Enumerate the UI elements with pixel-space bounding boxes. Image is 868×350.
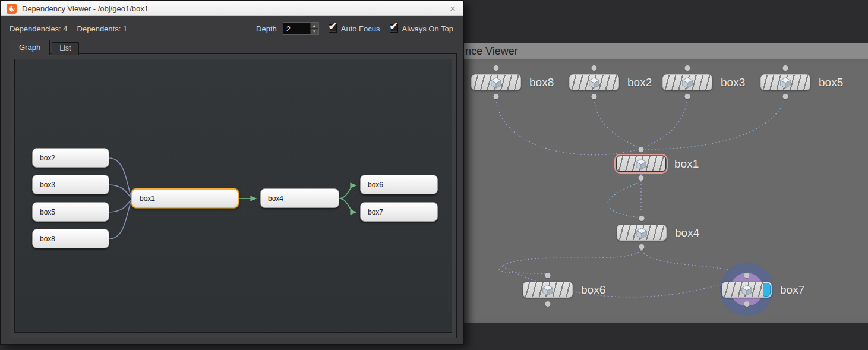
output-connector-dot[interactable] [744, 301, 750, 307]
cube-icon [588, 76, 601, 89]
close-icon[interactable]: × [448, 4, 457, 14]
output-connector-dot[interactable] [494, 94, 499, 99]
cube-icon [779, 76, 792, 89]
tab-list[interactable]: List [52, 42, 78, 55]
depth-label: Depth [256, 24, 277, 33]
output-connector-dot[interactable] [592, 94, 597, 99]
auto-focus-label: Auto Focus [341, 24, 380, 33]
depth-input[interactable] [283, 23, 310, 34]
node-body[interactable] [471, 74, 521, 90]
tab-bar: Graph List [1, 41, 463, 55]
dependency-viewer-window: Dependency Viewer - /obj/geo1/box1 × Dep… [0, 0, 464, 345]
output-connector-dot[interactable] [545, 301, 551, 307]
depth-spinner: ▲ ▼ [310, 23, 318, 34]
dependents-count: Dependents: 1 [77, 24, 128, 33]
network-editor-canvas[interactable]: box8 box2 [464, 59, 868, 323]
input-connector-dot[interactable] [639, 216, 645, 221]
graph-node-label: box1 [140, 194, 155, 203]
network-node-box5[interactable]: box5 [760, 74, 810, 90]
node-body[interactable] [523, 282, 573, 298]
network-node-box1[interactable]: box1 [616, 156, 666, 172]
input-connector-dot[interactable] [783, 65, 788, 71]
network-node-box2[interactable]: box2 [569, 74, 619, 90]
graph-node-label: box7 [368, 208, 383, 216]
graph-node-label: box4 [268, 194, 283, 203]
window-title: Dependency Viewer - /obj/geo1/box1 [22, 4, 149, 13]
input-connector-dot[interactable] [744, 273, 750, 278]
node-body[interactable] [662, 74, 712, 90]
node-label: box8 [529, 76, 554, 89]
cube-icon [490, 76, 503, 89]
auto-focus-checkbox[interactable]: ✔ [329, 24, 337, 33]
graph-node-label: box8 [40, 235, 55, 243]
input-connector-dot[interactable] [685, 65, 690, 71]
input-connector-dot[interactable] [592, 65, 597, 71]
node-body-selected[interactable] [616, 156, 666, 172]
tab-graph[interactable]: Graph [10, 40, 50, 55]
toolbar: Dependencies: 4 Dependents: 1 Depth ▲ ▼ … [1, 16, 463, 41]
node-label: box4 [675, 226, 699, 239]
graph-node-label: box6 [368, 181, 383, 189]
input-connector-dot[interactable] [545, 273, 551, 278]
graph-node-label: box2 [40, 154, 55, 162]
cube-icon [681, 76, 694, 89]
houdini-logo-icon [7, 4, 17, 14]
network-editor-titlebar[interactable]: nce Viewer [464, 43, 868, 59]
dependencies-count: Dependencies: 4 [10, 24, 68, 33]
always-on-top-checkbox[interactable]: ✔ [390, 24, 398, 33]
graph-node-box6[interactable]: box6 [360, 175, 438, 194]
node-label: box1 [674, 157, 699, 171]
network-editor-title: nce Viewer [465, 45, 518, 57]
graph-node-box2[interactable]: box2 [32, 148, 109, 168]
node-body[interactable] [617, 225, 667, 241]
network-node-box6[interactable]: box6 [523, 282, 573, 298]
desktop: nce Viewer [0, 0, 868, 350]
graph-node-box1-focus[interactable]: box1 [131, 188, 239, 208]
graph-node-box4[interactable]: box4 [260, 188, 339, 208]
input-connector-dot[interactable] [639, 147, 644, 152]
node-label: box2 [627, 76, 652, 89]
graph-frame: box2 box3 box5 box8 box1 box4 [10, 53, 457, 338]
cube-icon [541, 283, 554, 297]
node-label: box6 [581, 283, 605, 297]
output-connector-dot[interactable] [685, 94, 690, 99]
graph-node-label: box5 [40, 208, 55, 216]
cube-icon [635, 226, 648, 239]
graph-node-box3[interactable]: box3 [32, 175, 109, 194]
graph-node-box5[interactable]: box5 [32, 202, 109, 222]
dependency-graph-canvas[interactable]: box2 box3 box5 box8 box1 box4 [14, 59, 452, 333]
depth-stepper: ▲ ▼ [283, 22, 319, 35]
check-icon: ✔ [390, 20, 398, 33]
node-label: box3 [721, 76, 745, 89]
network-node-box3[interactable]: box3 [662, 74, 712, 90]
auto-focus-checkbox-group: ✔ Auto Focus [329, 24, 380, 33]
window-titlebar[interactable]: Dependency Viewer - /obj/geo1/box1 × [1, 1, 463, 16]
node-label: box5 [819, 76, 843, 89]
node-body[interactable] [569, 74, 619, 90]
output-connector-dot[interactable] [639, 175, 644, 181]
output-connector-dot[interactable] [639, 244, 645, 250]
input-connector-dot[interactable] [494, 65, 499, 71]
cube-icon [635, 157, 648, 171]
network-editor-panel: nce Viewer [464, 43, 868, 323]
network-node-box7[interactable]: box7 [722, 282, 772, 298]
cube-icon [740, 283, 753, 297]
network-node-box4[interactable]: box4 [617, 225, 667, 241]
graph-node-box7[interactable]: box7 [360, 202, 438, 222]
always-on-top-checkbox-group: ✔ Always On Top [390, 24, 453, 33]
graph-node-box8[interactable]: box8 [32, 229, 109, 248]
always-on-top-label: Always On Top [402, 24, 453, 33]
node-body[interactable] [722, 282, 772, 298]
graph-node-label: box3 [40, 181, 55, 189]
spinner-down-icon[interactable]: ▼ [310, 29, 318, 34]
node-label: box7 [780, 283, 804, 297]
node-body[interactable] [760, 74, 810, 90]
network-node-box8[interactable]: box8 [471, 74, 521, 90]
check-icon: ✔ [329, 20, 337, 33]
display-flag[interactable] [763, 283, 771, 297]
output-connector-dot[interactable] [783, 94, 788, 99]
spinner-up-icon[interactable]: ▲ [310, 23, 318, 29]
